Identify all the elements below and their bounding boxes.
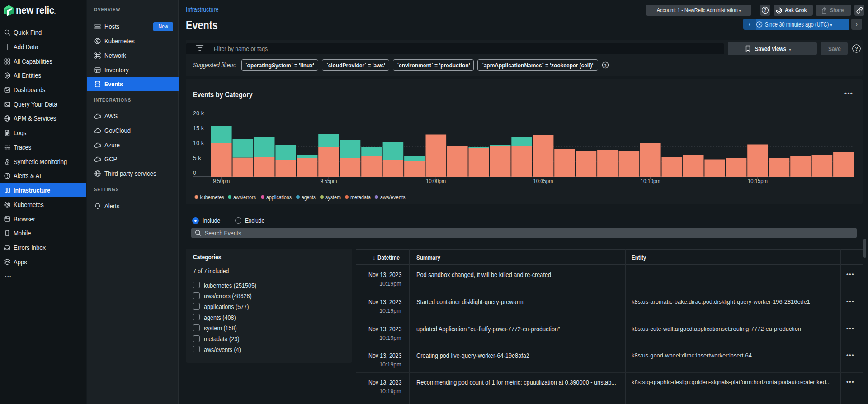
svg-text:10:15pm: 10:15pm: [748, 178, 768, 184]
svg-text:system: system: [326, 194, 341, 201]
svg-text:aws/events: aws/events: [380, 194, 406, 201]
svg-text:kubernetes: kubernetes: [200, 194, 224, 201]
svg-text:?: ?: [764, 8, 766, 13]
svg-text:10:00pm: 10:00pm: [426, 178, 446, 184]
svg-text:9:55pm: 9:55pm: [321, 178, 337, 184]
svg-text:aws/errors: aws/errors: [233, 194, 256, 201]
svg-text:?: ?: [604, 63, 607, 68]
svg-text:15 k: 15 k: [193, 125, 204, 132]
svg-text:agents: agents: [302, 194, 316, 201]
svg-text:metadata: metadata: [350, 194, 371, 201]
svg-text:applications: applications: [266, 194, 292, 201]
svg-text:5 k: 5 k: [193, 155, 202, 161]
svg-text:10:05pm: 10:05pm: [533, 178, 553, 184]
svg-text:9:50pm: 9:50pm: [213, 178, 230, 184]
svg-text:0: 0: [193, 170, 196, 176]
svg-text:10 k: 10 k: [193, 140, 204, 146]
svg-text:?: ?: [855, 46, 858, 52]
svg-text:20 k: 20 k: [193, 110, 204, 117]
svg-text:10:10pm: 10:10pm: [641, 178, 660, 184]
